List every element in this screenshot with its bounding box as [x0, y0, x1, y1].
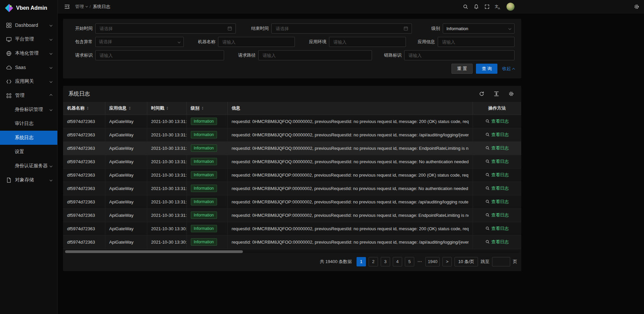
table-row-0[interactable]: df5974d72363ApiGateWay2021-10-30 13:31:3…	[63, 115, 521, 128]
avatar[interactable]	[506, 3, 515, 11]
sidebar-item-3[interactable]: Saas	[0, 60, 57, 74]
sidebar-item-1[interactable]: 平台管理	[0, 32, 57, 46]
table-row-8[interactable]: df5974d72363ApiGateWay2021-10-30 13:30:4…	[63, 222, 521, 235]
bell-icon[interactable]	[472, 2, 481, 11]
view-log-label: 查看日志	[491, 145, 509, 151]
table-row-2[interactable]: df5974d72363ApiGateWay2021-10-30 13:31:3…	[63, 141, 521, 155]
sidebar-item-0[interactable]: Dashboard	[0, 18, 57, 32]
sidebar-item-5[interactable]: 管理	[0, 88, 57, 103]
trace-id-input-field[interactable]	[408, 53, 511, 58]
table-row-6[interactable]: df5974d72363ApiGateWay2021-10-30 13:31:3…	[63, 195, 521, 208]
table-row-5[interactable]: df5974d72363ApiGateWay2021-10-30 13:31:3…	[63, 182, 521, 195]
sidebar-subitem-5-3[interactable]: 设置	[0, 145, 57, 159]
sort-icon[interactable]: ▲▼	[166, 106, 169, 110]
sidebar-item-4[interactable]: 应用网关	[0, 74, 57, 88]
cell-app-info: ApiGateWay	[105, 208, 147, 222]
sort-icon[interactable]: ▲▼	[129, 106, 131, 110]
start-time-input-field[interactable]	[99, 26, 225, 32]
trace-id-input[interactable]	[404, 50, 515, 60]
sidebar-subitem-5-0[interactable]: 身份标识管理	[0, 103, 57, 117]
app-env-input[interactable]	[329, 37, 406, 47]
horizontal-scrollbar[interactable]	[64, 250, 520, 253]
breadcrumb-parent[interactable]: 管理	[75, 4, 84, 10]
table-row-4[interactable]: df5974d72363ApiGateWay2021-10-30 13:31:3…	[63, 168, 521, 182]
sidebar-subitem-5-2[interactable]: 系统日志	[0, 131, 57, 145]
column-header-3[interactable]: 级别▲▼	[186, 102, 227, 115]
page-button-4[interactable]: 4	[393, 257, 402, 266]
page-button-2[interactable]: 2	[369, 257, 378, 266]
sort-icon[interactable]: ▲▼	[87, 106, 89, 110]
view-log-link[interactable]: 查看日志	[485, 185, 509, 191]
reset-button[interactable]: 重 置	[451, 64, 473, 74]
app-env-input-field[interactable]	[333, 39, 402, 45]
page-button-5[interactable]: 5	[405, 257, 414, 266]
cell-level: Information	[186, 222, 227, 235]
sidebar-subitem-5-4[interactable]: 身份认证服务器	[0, 159, 57, 173]
level-select[interactable]: Information	[443, 23, 515, 34]
column-header-2[interactable]: 时间戳▲▼	[147, 102, 186, 115]
view-log-link[interactable]: 查看日志	[485, 212, 509, 218]
level-badge: Information	[191, 185, 217, 192]
page-button-3[interactable]: 3	[381, 257, 390, 266]
app-info-input[interactable]	[438, 37, 515, 47]
view-log-link[interactable]: 查看日志	[485, 145, 509, 151]
sidebar-item-6[interactable]: 对象存储	[0, 173, 57, 187]
view-log-label: 查看日志	[491, 118, 509, 124]
jump-page-input[interactable]	[492, 257, 510, 266]
storage-icon	[6, 177, 12, 183]
sidebar-subitem-5-1[interactable]: 审计日志	[0, 117, 57, 131]
start-time-input[interactable]	[95, 23, 236, 34]
gateway-icon	[6, 79, 12, 84]
page-size-select[interactable]: 10 条/页	[454, 257, 478, 266]
menu-item-label: 应用网关	[15, 78, 34, 84]
page-button-1[interactable]: 1	[357, 257, 366, 266]
cell-level: Information	[186, 155, 227, 168]
column-header-1[interactable]: 应用信息▲▼	[105, 102, 147, 115]
settings-gear-icon[interactable]	[632, 2, 641, 11]
filter-field-end-time: 结束时间	[246, 23, 412, 34]
column-settings-icon[interactable]	[506, 89, 516, 99]
level-badge: Information	[191, 225, 217, 232]
fullscreen-icon[interactable]	[482, 2, 492, 11]
view-log-link[interactable]: 查看日志	[485, 226, 509, 232]
table-row-1[interactable]: df5974d72363ApiGateWay2021-10-30 13:31:3…	[63, 128, 521, 141]
request-id-input-field[interactable]	[99, 53, 220, 58]
next-page-button[interactable]: >	[442, 257, 452, 266]
end-time-input[interactable]	[271, 23, 412, 34]
filter-panel: 开始时间 结束时间	[63, 19, 521, 78]
cell-action: 查看日志	[473, 141, 521, 155]
menu-fold-icon[interactable]	[62, 2, 72, 11]
has-exception-select[interactable]: 请选择	[95, 37, 184, 47]
view-log-link[interactable]: 查看日志	[485, 118, 509, 124]
search-icon[interactable]	[461, 2, 470, 11]
end-time-input-field[interactable]	[275, 26, 401, 32]
sidebar-item-2[interactable]: 本地化管理	[0, 46, 57, 60]
logo[interactable]: Vben Admin	[0, 0, 57, 16]
table-row-7[interactable]: df5974d72363ApiGateWay2021-10-30 13:31:3…	[63, 208, 521, 222]
column-height-icon[interactable]	[492, 89, 501, 99]
view-log-link[interactable]: 查看日志	[485, 132, 509, 138]
refresh-icon[interactable]	[477, 89, 486, 99]
table-title: 系统日志	[68, 90, 90, 98]
app-info-input-field[interactable]	[441, 39, 511, 45]
request-path-input-field[interactable]	[262, 53, 368, 58]
table-row-3[interactable]: df5974d72363ApiGateWay2021-10-30 13:31:3…	[63, 155, 521, 168]
request-id-input[interactable]	[95, 50, 224, 60]
pagination-ellipsis[interactable]: •••	[417, 260, 423, 263]
machine-name-input[interactable]	[218, 37, 295, 47]
view-log-link[interactable]: 查看日志	[485, 239, 509, 245]
sort-icon[interactable]: ▲▼	[202, 106, 204, 110]
query-button[interactable]: 查 询	[476, 64, 497, 74]
table-row-9[interactable]: df5974d72363ApiGateWay2021-10-30 13:30:4…	[63, 235, 521, 249]
translate-icon[interactable]: 文A	[493, 2, 502, 11]
request-path-input[interactable]	[258, 50, 372, 60]
column-header-0[interactable]: 机器名称▲▼	[63, 102, 105, 115]
machine-name-input-field[interactable]	[222, 39, 291, 45]
scrollbar-thumb[interactable]	[65, 250, 243, 253]
view-log-link[interactable]: 查看日志	[485, 159, 509, 165]
page-button-1940[interactable]: 1940	[425, 257, 440, 266]
menu-item-label: 平台管理	[15, 36, 34, 42]
view-log-link[interactable]: 查看日志	[485, 172, 509, 178]
collapse-toggle[interactable]: 收起	[502, 66, 515, 72]
view-log-link[interactable]: 查看日志	[485, 199, 509, 205]
